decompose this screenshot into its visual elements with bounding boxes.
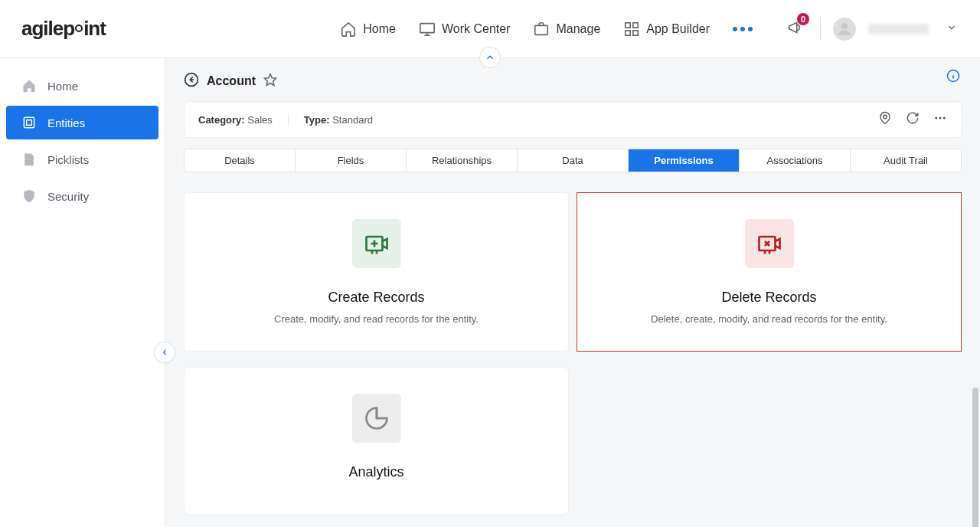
sidebar-item-home[interactable]: Home [6,69,158,103]
home-icon [21,78,37,93]
meta-actions [878,111,947,128]
user-menu-chevron[interactable] [942,18,962,41]
home-icon [340,21,357,38]
topnav-more[interactable] [733,21,753,38]
topnav-label: App Builder [646,22,710,36]
svg-rect-3 [633,22,638,27]
cards-row-2: Analytics [184,367,962,515]
tab-permissions[interactable]: Permissions [629,149,740,172]
topnav-label: Home [363,22,396,36]
tab-label: Permissions [654,155,713,166]
card-desc: Delete, create, modify, and read records… [597,313,941,325]
monitor-icon [419,21,436,38]
meta-category: Category: Sales [198,114,289,126]
topnav-app-builder[interactable]: App Builder [623,21,710,38]
cards-row-1: Create Records Create, modify, and read … [184,192,962,352]
refresh-icon [906,111,920,125]
sidebar-item-entities[interactable]: Entities [6,106,158,139]
more-horizontal-icon [933,111,947,125]
svg-rect-4 [626,30,630,34]
svg-rect-2 [626,22,630,27]
tab-audit-trail[interactable]: Audit Trail [851,149,961,172]
tab-data[interactable]: Data [518,149,629,172]
svg-rect-5 [633,30,638,34]
tab-label: Audit Trail [884,155,928,166]
topbar: agilepint Home Work Center Manage App Bu… [0,0,980,58]
notification-badge: 0 [797,13,809,25]
sidebar-item-security[interactable]: Security [6,179,158,213]
dot-icon [740,27,745,31]
briefcase-icon [533,21,550,38]
svg-point-15 [943,117,946,119]
meta-label: Category: [198,114,245,126]
card-analytics[interactable]: Analytics [184,367,569,515]
dot-icon [733,27,737,31]
card-icon-wrap [352,394,401,443]
chevron-down-icon [946,22,957,33]
page-title: Account [207,74,256,88]
logo-dot-icon [75,25,83,32]
meta-bar: Category: Sales Type: Standard [184,101,962,138]
tab-label: Data [562,155,583,166]
meta-value: Sales [247,114,273,126]
svg-point-13 [935,117,937,119]
divider [820,18,821,41]
card-icon-wrap [745,219,794,268]
star-icon [263,73,277,87]
back-button[interactable] [184,72,199,90]
delete-camera-icon [756,230,783,257]
card-delete-records[interactable]: Delete Records Delete, create, modify, a… [577,192,962,352]
tab-associations[interactable]: Associations [740,149,851,172]
dot-icon [748,27,753,31]
svg-point-12 [884,115,887,119]
card-icon-wrap [352,219,401,268]
meta-type: Type: Standard [304,114,388,126]
svg-rect-8 [27,120,32,126]
info-icon [946,69,960,83]
tab-label: Details [224,155,255,166]
svg-point-6 [841,23,848,29]
topnav: Home Work Center Manage App Builder [340,21,753,38]
card-desc: Create, modify, and read records for the… [204,313,548,325]
pin-button[interactable] [878,111,892,128]
card-create-records[interactable]: Create Records Create, modify, and read … [184,192,569,352]
tab-label: Relationships [432,155,492,166]
topbar-right: 0 [782,15,962,44]
username-blur [868,24,929,34]
refresh-button[interactable] [906,111,920,128]
card-title: Analytics [204,464,548,480]
meta-value: Standard [332,114,373,126]
topnav-work-center[interactable]: Work Center [419,21,511,38]
user-icon [835,20,854,38]
meta-label: Type: [304,114,330,126]
info-button[interactable] [946,69,960,86]
svg-rect-7 [24,117,34,127]
avatar[interactable] [833,18,856,41]
scrollbar-thumb[interactable] [972,388,978,527]
favorite-button[interactable] [263,73,277,90]
main: Account Category: Sales Type: Standard D… [165,58,980,527]
sidebar: Home Entities Picklists Security [0,58,165,527]
sidebar-item-label: Home [47,80,78,93]
logo: agilepint [21,17,106,41]
collapse-topbar-button[interactable] [479,47,501,68]
page-header: Account [184,72,962,90]
more-button[interactable] [933,111,947,128]
pin-icon [878,111,892,125]
svg-rect-0 [420,23,434,32]
tabs: Details Fields Relationships Data Permis… [184,149,962,172]
entity-icon [21,115,37,130]
sidebar-item-picklists[interactable]: Picklists [6,142,158,176]
shield-icon [21,188,37,204]
tab-relationships[interactable]: Relationships [407,149,518,172]
tab-details[interactable]: Details [185,149,296,172]
sidebar-item-label: Picklists [47,153,89,166]
notifications-button[interactable]: 0 [782,15,808,44]
topnav-home[interactable]: Home [340,21,396,38]
topnav-label: Manage [556,22,600,36]
topnav-manage[interactable]: Manage [533,21,600,38]
pie-chart-icon [363,404,390,432]
document-icon [21,152,37,167]
sidebar-item-label: Security [47,190,89,203]
tab-fields[interactable]: Fields [296,149,407,172]
